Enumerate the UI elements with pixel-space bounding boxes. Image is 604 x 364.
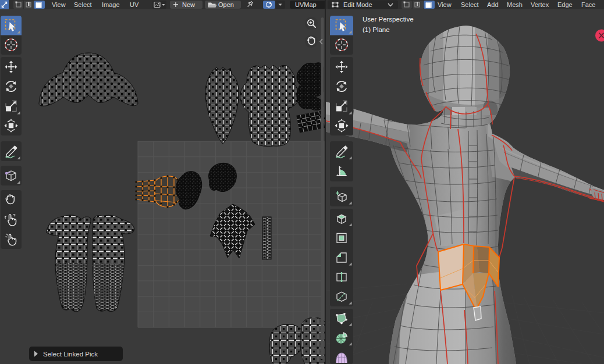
svg-text:Edge: Edge — [557, 1, 573, 8]
svg-text:UV: UV — [130, 1, 139, 8]
svg-text:New: New — [182, 1, 195, 8]
svg-text:Face: Face — [581, 1, 595, 8]
svg-text:Image: Image — [102, 1, 120, 8]
svg-text:Vertex: Vertex — [531, 1, 549, 8]
svg-text:User Perspective: User Perspective — [363, 16, 414, 23]
svg-text:View: View — [438, 1, 452, 8]
svg-text:Edit Mode: Edit Mode — [343, 1, 372, 8]
svg-text:UVMap: UVMap — [295, 1, 317, 8]
svg-text:Add: Add — [487, 1, 499, 8]
svg-text:Select Linked Pick: Select Linked Pick — [43, 351, 98, 358]
svg-text:Open: Open — [218, 1, 234, 8]
svg-text:Select: Select — [74, 1, 92, 8]
svg-text:Select: Select — [461, 1, 479, 8]
svg-text:(1) Plane: (1) Plane — [363, 26, 390, 33]
svg-text:View: View — [52, 1, 66, 8]
svg-text:Mesh: Mesh — [507, 1, 523, 8]
